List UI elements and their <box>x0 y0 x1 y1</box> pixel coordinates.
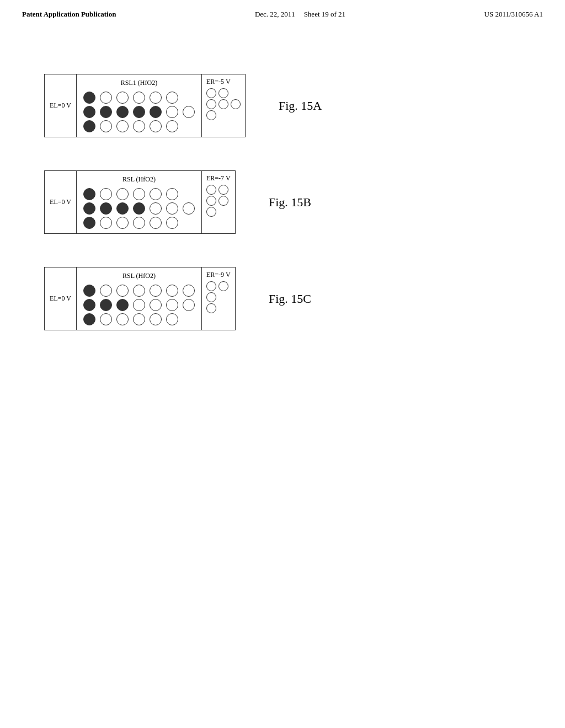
er-dot <box>231 99 241 109</box>
dot <box>100 217 112 229</box>
er-dot <box>206 99 216 109</box>
er-dot <box>206 303 216 313</box>
dot <box>116 299 129 311</box>
er-dot <box>206 281 216 291</box>
row3-15a <box>83 120 195 132</box>
grid-15a: RSL1 (HfO2) <box>77 74 202 137</box>
rsl-label-15a: RSL1 (HfO2) <box>83 79 195 87</box>
row1-15a <box>83 92 195 104</box>
dot <box>83 299 95 311</box>
dot <box>100 299 112 311</box>
dot <box>183 106 195 118</box>
dot <box>116 188 129 200</box>
dot <box>166 313 178 325</box>
dot <box>133 106 145 118</box>
dot <box>83 313 95 325</box>
dot <box>116 285 129 297</box>
dot <box>166 120 178 132</box>
dot <box>133 92 145 104</box>
er-label-15b: ER=-7 V <box>206 174 231 183</box>
dot <box>83 92 95 104</box>
rsl-label-15b: RSL (HfO2) <box>83 175 195 184</box>
dot <box>100 120 112 132</box>
er-label-15a: ER=-5 V <box>206 78 231 86</box>
dot <box>166 188 178 200</box>
row1-15b <box>83 188 195 200</box>
dot <box>166 285 178 297</box>
er-dot <box>206 88 216 98</box>
dot <box>133 202 145 215</box>
dot <box>100 202 112 215</box>
dot <box>166 299 178 311</box>
row3-15c <box>83 313 195 325</box>
dot <box>150 313 162 325</box>
dot <box>166 202 178 215</box>
main-content: EL=0 V RSL1 (HfO2) <box>0 52 565 352</box>
header-left: Patent Application Publication <box>22 10 116 19</box>
diagram-15b: EL=0 V RSL (HfO2) <box>44 170 236 234</box>
dot <box>150 92 162 104</box>
dot <box>83 106 95 118</box>
dot <box>133 299 145 311</box>
page-header: Patent Application Publication Dec. 22, … <box>0 0 565 19</box>
dot <box>100 106 112 118</box>
header-center: Dec. 22, 2011 Sheet 19 of 21 <box>255 10 345 19</box>
row2-15b <box>83 202 195 215</box>
dot <box>150 217 162 229</box>
er-dot <box>206 110 216 120</box>
row2-15a <box>83 106 195 118</box>
dot <box>100 92 112 104</box>
dot <box>183 299 195 311</box>
fig-label-15a: Fig. 15A <box>279 99 322 113</box>
er-dot <box>218 99 228 109</box>
fig-label-15b: Fig. 15B <box>269 195 311 210</box>
el-label-15c: EL=0 V <box>45 267 77 330</box>
dot <box>100 188 112 200</box>
er-label-15c: ER=-9 V <box>206 271 231 279</box>
figure-15a-row: EL=0 V RSL1 (HfO2) <box>44 74 521 137</box>
dot <box>133 313 145 325</box>
grid-15c: RSL (HfO2) <box>77 267 202 330</box>
dot <box>83 120 95 132</box>
dot <box>116 217 129 229</box>
er-col-15c: ER=-9 V <box>202 267 235 330</box>
dot <box>116 202 129 215</box>
fig-label-15c: Fig. 15C <box>269 292 311 306</box>
row3-15b <box>83 217 195 229</box>
dot <box>100 313 112 325</box>
er-dots-15c <box>206 281 228 313</box>
dot <box>166 217 178 229</box>
er-dot <box>218 185 228 195</box>
dot <box>150 202 162 215</box>
dot <box>183 285 195 297</box>
row1-15c <box>83 285 195 297</box>
row2-15c <box>83 299 195 311</box>
header-right: US 2011/310656 A1 <box>484 10 543 19</box>
er-col-15b: ER=-7 V <box>202 171 235 233</box>
el-label-15a: EL=0 V <box>45 74 77 137</box>
dot <box>183 202 195 215</box>
dot <box>116 313 129 325</box>
er-dot <box>206 196 216 206</box>
dot <box>150 120 162 132</box>
er-dot <box>218 281 228 291</box>
el-label-15b: EL=0 V <box>45 171 77 233</box>
dot <box>166 92 178 104</box>
dot <box>83 217 95 229</box>
er-dot <box>206 185 216 195</box>
er-dot <box>206 292 216 302</box>
dot <box>133 217 145 229</box>
er-dot <box>218 196 228 206</box>
er-col-15a: ER=-5 V <box>202 74 245 137</box>
figure-15b-row: EL=0 V RSL (HfO2) <box>44 170 521 234</box>
er-dot <box>206 207 216 217</box>
header-sheet: Sheet 19 of 21 <box>304 10 345 18</box>
dot <box>150 299 162 311</box>
grid-15b: RSL (HfO2) <box>77 171 202 233</box>
dot <box>116 120 129 132</box>
dot <box>133 285 145 297</box>
dot <box>133 188 145 200</box>
er-dots-15b <box>206 185 228 217</box>
dot <box>133 120 145 132</box>
rsl-label-15c: RSL (HfO2) <box>83 272 195 280</box>
